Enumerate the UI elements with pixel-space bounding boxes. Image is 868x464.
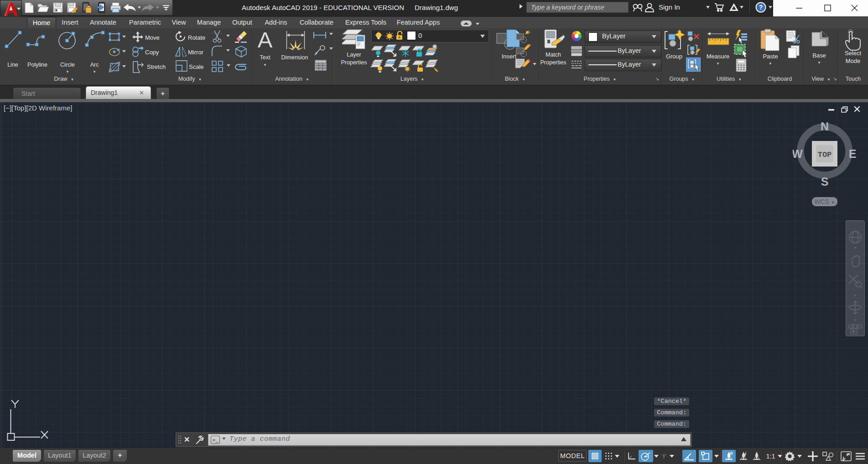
svg-text:S: S	[821, 175, 829, 188]
svg-text:N: N	[821, 122, 829, 133]
svg-text:E: E	[849, 147, 857, 160]
svg-text:?: ?	[759, 4, 763, 11]
svg-text:W: W	[793, 147, 803, 160]
svg-text:TOP: TOP	[818, 151, 832, 159]
